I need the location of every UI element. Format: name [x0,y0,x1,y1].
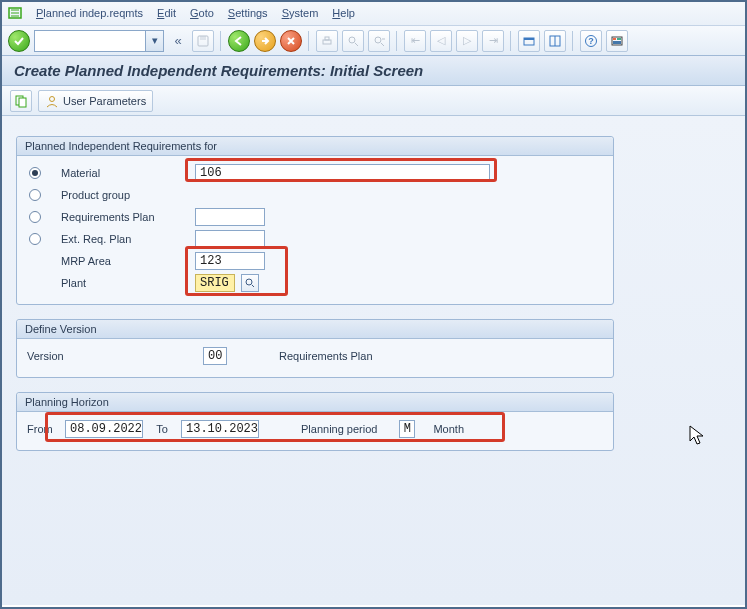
planning-period-text: Month [433,423,464,435]
planning-period-label: Planning period [301,423,377,435]
toolbar-separator [572,31,574,51]
from-date-input[interactable]: 08.09.2022 [65,420,143,438]
plant-input[interactable]: SRIG [195,274,235,292]
toolbar-separator [308,31,310,51]
to-label: To [149,423,175,435]
group-pir-header: Planned Independent Requirements for [17,137,613,156]
menu-help[interactable]: Help [332,7,355,19]
search-help-icon [245,278,255,288]
svg-rect-8 [524,38,534,40]
first-page-button[interactable]: ⇤ [404,30,426,52]
svg-rect-13 [613,38,616,40]
local-layout-button[interactable] [606,30,628,52]
user-parameters-label: User Parameters [63,95,146,107]
menu-system[interactable]: System [282,7,319,19]
collapse-toolbar-icon[interactable]: « [168,33,188,48]
ext-req-plan-input[interactable] [195,230,265,248]
ext-req-plan-label: Ext. Req. Plan [61,233,189,245]
cancel-button[interactable] [280,30,302,52]
group-horizon-header: Planning Horizon [17,393,613,412]
last-page-button[interactable]: ⇥ [482,30,504,52]
svg-point-19 [246,279,252,285]
application-toolbar: User Parameters [2,86,745,116]
planning-period-code-input[interactable]: M [399,420,415,438]
next-page-button[interactable]: ▷ [456,30,478,52]
menu-bar: Planned indep.reqmts Edit Goto Settings … [2,2,745,26]
requirements-plan-input[interactable] [195,208,265,226]
svg-rect-15 [613,41,621,44]
copy-from-button[interactable] [10,90,32,112]
version-input[interactable]: 00 [203,347,227,365]
mrp-area-label: MRP Area [61,255,189,267]
screen-title: Create Planned Independent Requirements:… [14,62,733,79]
toolbar-separator [220,31,222,51]
layout-button[interactable] [544,30,566,52]
group-define-version: Define Version Version 00 Requirements P… [16,319,614,378]
group-pir-for: Planned Independent Requirements for Mat… [16,136,614,305]
back-button[interactable] [228,30,250,52]
save-button[interactable] [192,30,214,52]
command-field[interactable]: ▾ [34,30,164,52]
svg-text:?: ? [588,36,594,46]
product-group-radio[interactable] [29,189,41,201]
group-version-header: Define Version [17,320,613,339]
prev-page-button[interactable]: ◁ [430,30,452,52]
group-planning-horizon: Planning Horizon From 08.09.2022 To 13.1… [16,392,614,451]
user-parameters-button[interactable]: User Parameters [38,90,153,112]
svg-rect-17 [19,98,26,107]
svg-point-18 [50,96,55,101]
svg-point-6 [375,37,381,43]
enter-button[interactable] [8,30,30,52]
material-radio[interactable] [29,167,41,179]
svg-rect-2 [200,36,206,40]
content-area: Planned Independent Requirements for Mat… [2,116,745,605]
menu-settings[interactable]: Settings [228,7,268,19]
standard-toolbar: ▾ « ⇤ ◁ ▷ ⇥ ? [2,26,745,56]
menu-goto[interactable]: Goto [190,7,214,19]
new-session-button[interactable] [518,30,540,52]
version-label: Version [27,350,197,362]
help-button[interactable]: ? [580,30,602,52]
svg-point-5 [349,37,355,43]
toolbar-separator [510,31,512,51]
screen-title-bar: Create Planned Independent Requirements:… [2,56,745,86]
plant-search-help-button[interactable] [241,274,259,292]
material-label: Material [61,167,189,179]
requirements-plan-radio[interactable] [29,211,41,223]
user-icon [45,94,59,108]
svg-rect-3 [323,40,331,44]
svg-rect-14 [617,38,621,40]
from-label: From [27,423,59,435]
toolbar-separator [396,31,398,51]
exit-button[interactable] [254,30,276,52]
app-menu-icon[interactable] [8,6,22,20]
mrp-area-input[interactable]: 123 [195,252,265,270]
version-req-plan-label: Requirements Plan [279,350,373,362]
command-field-dropdown-icon[interactable]: ▾ [145,31,163,51]
material-input[interactable]: 106 [195,164,490,182]
plant-label: Plant [61,277,189,289]
product-group-label: Product group [61,189,189,201]
find-button[interactable] [342,30,364,52]
to-date-input[interactable]: 13.10.2023 [181,420,259,438]
print-button[interactable] [316,30,338,52]
ext-req-plan-radio[interactable] [29,233,41,245]
menu-planned-indep-reqmts[interactable]: Planned indep.reqmts [36,7,143,19]
svg-rect-4 [325,37,329,40]
find-next-button[interactable] [368,30,390,52]
requirements-plan-label: Requirements Plan [61,211,189,223]
menu-edit[interactable]: Edit [157,7,176,19]
